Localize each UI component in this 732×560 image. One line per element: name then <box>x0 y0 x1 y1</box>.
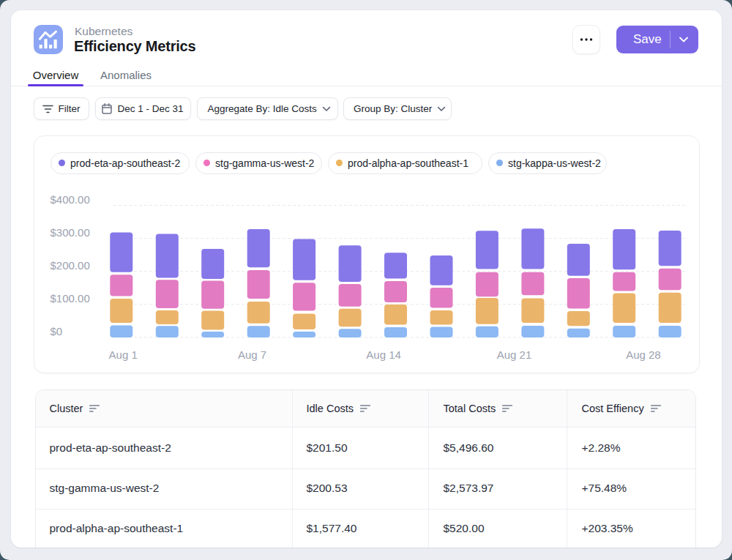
svg-text:$300.00: $300.00 <box>50 226 89 239</box>
svg-text:Aug 28: Aug 28 <box>626 348 661 360</box>
svg-text:Aug 7: Aug 7 <box>237 348 266 360</box>
svg-text:$100.00: $100.00 <box>50 292 89 305</box>
svg-text:$400.00: $400.00 <box>50 193 89 205</box>
svg-text:Aug 14: Aug 14 <box>366 348 401 360</box>
svg-text:$0: $0 <box>50 325 62 337</box>
svg-text:$200.00: $200.00 <box>50 259 89 272</box>
svg-text:Aug 21: Aug 21 <box>496 348 531 360</box>
svg-text:Aug 1: Aug 1 <box>108 348 137 360</box>
